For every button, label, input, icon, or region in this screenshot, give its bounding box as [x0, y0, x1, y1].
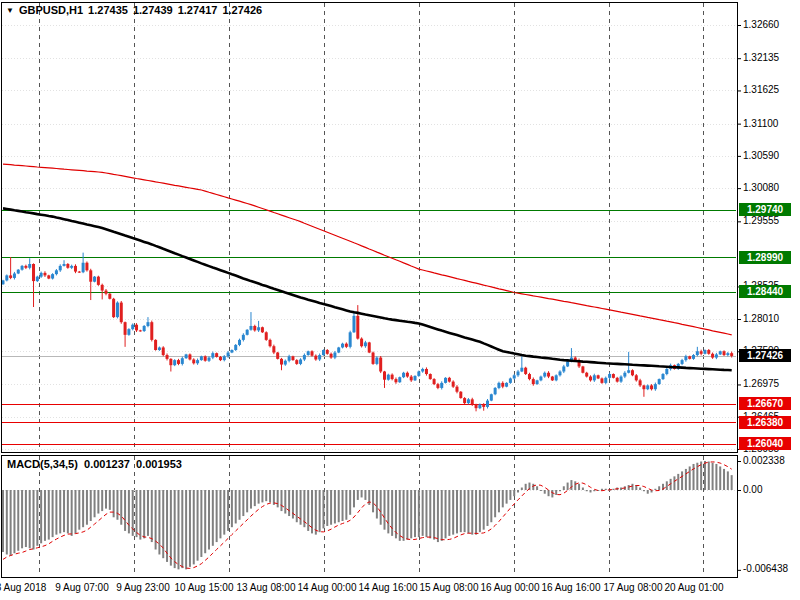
- macd-histogram-bar: [258, 490, 260, 504]
- candle-body: [551, 377, 554, 381]
- macd-histogram-bar: [666, 481, 668, 490]
- macd-histogram-bar: [654, 489, 656, 490]
- macd-histogram-bar: [13, 490, 15, 553]
- macd-histogram-bar: [681, 471, 683, 490]
- candle-body: [40, 273, 43, 277]
- macd-histogram-bar: [322, 490, 324, 528]
- macd-histogram-bar: [410, 490, 412, 538]
- candle-body: [581, 366, 584, 372]
- macd-histogram-bar: [731, 475, 733, 490]
- macd-histogram-bar: [467, 490, 469, 533]
- ohlc-high: 1.27439: [133, 4, 173, 16]
- macd-histogram-bar: [330, 490, 332, 525]
- candle-body: [181, 358, 184, 364]
- candle-body: [116, 303, 119, 318]
- candle-body: [566, 361, 569, 366]
- candle-body: [154, 340, 157, 350]
- macd-histogram-bar: [109, 490, 111, 510]
- candle-body: [646, 385, 649, 389]
- candle-body: [616, 378, 619, 382]
- candle-body: [703, 350, 706, 354]
- macd-histogram-bar: [326, 490, 328, 526]
- candle-body: [230, 350, 233, 353]
- candle-body: [547, 373, 550, 377]
- macd-histogram-bar: [353, 490, 355, 507]
- macd-histogram-bar: [78, 490, 80, 530]
- macd-histogram-bar: [319, 490, 321, 532]
- candle-body: [463, 398, 466, 403]
- candle-body: [700, 351, 703, 354]
- candle-body: [284, 361, 287, 365]
- candle-body: [89, 270, 92, 281]
- macd-histogram-bar: [242, 490, 244, 516]
- candle-body: [330, 354, 333, 358]
- candle-body: [47, 275, 50, 278]
- macd-histogram-bar: [433, 490, 435, 540]
- symbol-period-label: GBPUSD,H1: [19, 4, 83, 16]
- candle-body: [387, 375, 390, 380]
- candle-body: [322, 350, 325, 355]
- candle-body: [78, 272, 81, 273]
- macd-histogram-bar: [574, 481, 576, 490]
- candle-body: [177, 360, 180, 364]
- candle-body: [402, 373, 405, 377]
- macd-histogram-bar: [437, 490, 439, 542]
- macd-histogram-bar: [29, 490, 31, 548]
- macd-histogram-bar: [605, 489, 607, 490]
- macd-histogram-bar: [380, 490, 382, 525]
- main-panel-border: [2, 3, 738, 453]
- candle-body: [333, 353, 336, 358]
- macd-histogram-bar: [513, 490, 515, 496]
- macd-histogram-bar: [25, 490, 27, 547]
- macd-histogram-bar: [456, 490, 458, 533]
- price-chart-canvas[interactable]: [0, 0, 800, 600]
- ohlc-open: 1.27435: [88, 4, 128, 16]
- macd-histogram-bar: [177, 490, 179, 569]
- macd-histogram-bar: [647, 490, 649, 494]
- macd-histogram-bar: [387, 490, 389, 533]
- macd-histogram-bar: [479, 490, 481, 532]
- macd-histogram-bar: [563, 486, 565, 490]
- macd-histogram-bar: [269, 490, 271, 502]
- candle-body: [303, 355, 306, 359]
- macd-histogram-bar: [151, 490, 153, 542]
- candle-body: [360, 339, 363, 347]
- candle-body: [257, 327, 260, 330]
- candle-body: [688, 356, 691, 359]
- candle-body: [631, 370, 634, 375]
- macd-histogram-bar: [555, 490, 557, 495]
- macd-indicator-label: MACD(5,34,5) 0.001237 0.001953: [7, 458, 182, 470]
- macd-histogram-bar: [536, 486, 538, 490]
- candle-body: [429, 374, 432, 379]
- candle-body: [66, 264, 69, 268]
- candle-body: [444, 378, 447, 383]
- macd-histogram-bar: [86, 490, 88, 525]
- macd-histogram-bar: [158, 490, 160, 554]
- macd-histogram-bar: [364, 490, 366, 500]
- macd-histogram-bar: [601, 489, 603, 490]
- candle-body: [101, 285, 104, 291]
- macd-histogram-bar: [71, 490, 73, 536]
- macd-histogram-bar: [673, 476, 675, 490]
- chart-title: ▼ GBPUSD,H1 1.27435 1.27439 1.27417 1.27…: [6, 4, 262, 16]
- macd-histogram-bar: [136, 490, 138, 537]
- macd-histogram-bar: [708, 461, 710, 490]
- macd-histogram-bar: [277, 490, 279, 507]
- macd-histogram-bar: [139, 490, 141, 540]
- macd-histogram-bar: [425, 490, 427, 537]
- candle-body: [612, 374, 615, 378]
- candle-body: [291, 356, 294, 360]
- symbol-menu-icon[interactable]: ▼: [6, 5, 14, 16]
- candle-body: [658, 379, 661, 384]
- macd-histogram-bar: [349, 490, 351, 515]
- macd-histogram-bar: [200, 490, 202, 557]
- candle-body: [208, 358, 211, 361]
- macd-histogram-bar: [212, 490, 214, 546]
- candle-body: [459, 392, 462, 398]
- candle-body: [211, 353, 214, 357]
- fast-ma-line: [3, 208, 732, 370]
- macd-histogram-bar: [506, 490, 508, 504]
- candle-body: [150, 322, 153, 340]
- macd-histogram-bar: [399, 490, 401, 541]
- candle-body: [475, 404, 478, 408]
